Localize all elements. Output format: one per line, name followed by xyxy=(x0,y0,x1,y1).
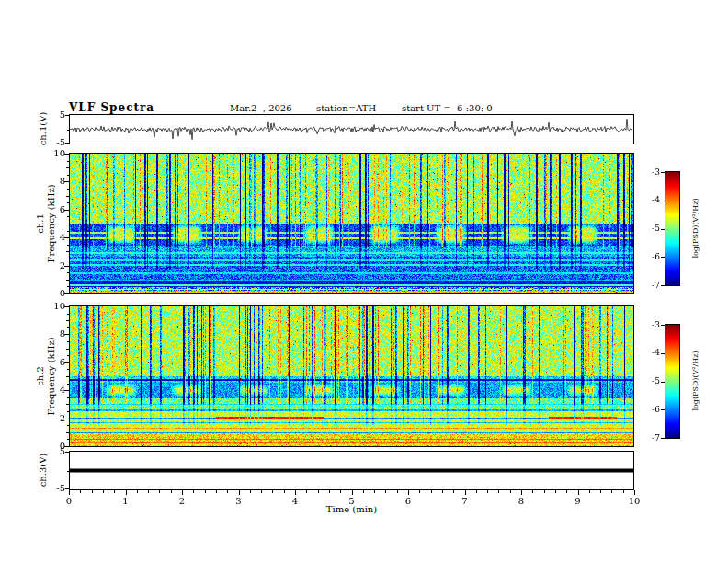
x-axis-tick xyxy=(352,490,353,495)
x-axis-tick xyxy=(295,490,296,495)
x-axis-tick xyxy=(442,490,443,493)
x-axis-tick xyxy=(363,490,364,493)
x-axis-tick xyxy=(385,490,386,493)
x-axis-tick xyxy=(92,490,93,493)
colorbar-tick-label: -3 xyxy=(637,321,660,329)
x-axis-tick xyxy=(397,490,398,493)
time-axis-label: Time (min) xyxy=(69,505,634,514)
x-axis-tick xyxy=(193,490,194,493)
x-axis-tick xyxy=(80,490,81,493)
x-axis-tick xyxy=(600,490,601,493)
x-axis-tick xyxy=(126,490,127,495)
ch1-waveform-plot xyxy=(70,115,633,144)
colorbar-tick-label: -4 xyxy=(637,196,660,204)
figure-date: Mar.2 , 2026 xyxy=(230,104,292,113)
x-axis-tick xyxy=(340,490,341,493)
x-axis-tick xyxy=(284,490,285,493)
colorbar-tick-label: -4 xyxy=(637,349,660,357)
start-ut-time: start UT = 6 :30: 0 xyxy=(402,104,493,113)
x-axis-tick xyxy=(578,490,579,495)
ch1-spectrogram xyxy=(70,154,633,293)
x-axis-tick xyxy=(498,490,499,493)
x-axis-tick xyxy=(374,490,375,493)
x-axis-tick xyxy=(205,490,206,493)
y-axis-tick-label: 0 xyxy=(40,442,65,451)
ch2-frequency-axis-label-line1: ch.2 xyxy=(35,337,46,415)
y-axis-tick-label: 10 xyxy=(40,302,65,311)
x-axis-tick xyxy=(589,490,590,493)
x-axis-tick xyxy=(453,490,454,493)
x-axis-tick xyxy=(306,490,307,493)
colorbar-tick-label: -7 xyxy=(637,282,660,290)
ch1-frequency-axis-label: ch.1 Frequency (kHz) xyxy=(35,184,56,262)
ch2-frequency-axis-label-line2: Frequency (kHz) xyxy=(45,337,56,415)
ch2-frequency-axis-label: ch.2 Frequency (kHz) xyxy=(35,337,56,415)
x-axis-tick xyxy=(566,490,567,493)
x-axis-tick xyxy=(159,490,160,493)
figure-title: VLF Spectra xyxy=(69,102,154,113)
x-axis-tick xyxy=(431,490,432,493)
x-axis-tick xyxy=(487,490,488,493)
x-axis-tick xyxy=(250,490,251,493)
colorbar-tick-label: -5 xyxy=(637,224,660,233)
colorbar-tick-label: -6 xyxy=(637,253,660,261)
x-axis-tick xyxy=(216,490,217,493)
x-axis-tick xyxy=(182,490,183,495)
x-axis-tick xyxy=(69,490,70,495)
ch2-spectrogram xyxy=(70,306,633,446)
station-name: station=ATH xyxy=(316,104,376,113)
ch2-spectrogram-panel xyxy=(69,305,634,447)
x-axis-tick xyxy=(114,490,115,493)
ch3-waveform-panel xyxy=(69,451,634,490)
x-axis-tick xyxy=(419,490,420,493)
x-axis-tick xyxy=(555,490,556,493)
x-axis-tick xyxy=(532,490,533,493)
colorbar-tick-label: -7 xyxy=(637,434,660,442)
colorbar-tick-label: -3 xyxy=(637,168,660,177)
x-axis-tick xyxy=(611,490,612,493)
x-axis-tick xyxy=(137,490,138,493)
vlf-spectra-figure: VLF Spectra Mar.2 , 2026 station=ATH sta… xyxy=(0,0,728,563)
x-axis-tick xyxy=(329,490,330,493)
x-axis-tick xyxy=(544,490,545,493)
y-axis-tick-label: 0 xyxy=(40,289,65,298)
colorbar-1-label: log(PSD)(V²/Hz) xyxy=(691,198,700,258)
colorbar-tick-label: -5 xyxy=(637,377,660,385)
colorbar-1 xyxy=(665,171,680,286)
x-axis-tick xyxy=(465,490,466,495)
ch1-voltage-axis-label: ch.1(V) xyxy=(38,112,49,146)
colorbar-2-label: log(PSD)(V²/Hz) xyxy=(691,350,700,410)
colorbar-2 xyxy=(665,324,680,439)
x-axis-tick xyxy=(408,490,409,495)
colorbar-tick-label: -6 xyxy=(637,406,660,414)
x-axis-tick xyxy=(239,490,240,495)
x-axis-tick xyxy=(476,490,477,493)
x-axis-tick xyxy=(521,490,522,495)
ch3-voltage-axis-label: ch.3(V) xyxy=(38,454,49,488)
ch1-waveform-panel xyxy=(69,114,634,144)
x-axis-tick xyxy=(318,490,319,493)
x-axis-tick xyxy=(634,490,635,495)
ch1-frequency-axis-label-line1: ch.1 xyxy=(35,184,46,262)
x-axis-tick xyxy=(623,490,624,493)
x-axis-tick xyxy=(103,490,104,493)
x-axis-tick xyxy=(148,490,149,493)
ch3-waveform-plot xyxy=(70,452,633,489)
x-axis-tick xyxy=(272,490,273,493)
x-axis-tick xyxy=(171,490,172,493)
ch1-frequency-axis-label-line2: Frequency (kHz) xyxy=(45,184,56,262)
x-axis-tick xyxy=(227,490,228,493)
ch1-spectrogram-panel xyxy=(69,153,634,294)
x-axis-tick xyxy=(510,490,511,493)
x-axis-tick xyxy=(261,490,262,493)
y-axis-tick-label: 10 xyxy=(40,149,65,158)
